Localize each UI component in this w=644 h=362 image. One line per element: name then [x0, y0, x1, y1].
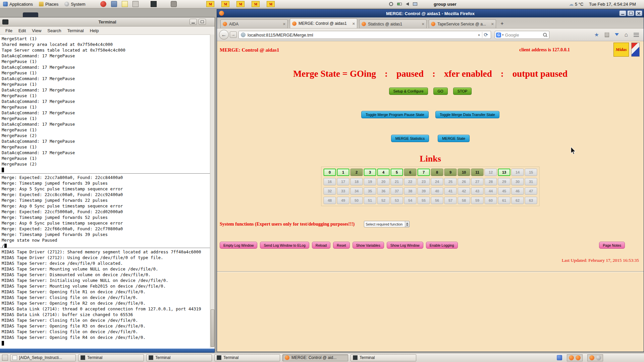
select-stepper-icon[interactable]	[405, 221, 409, 227]
midas-app-icon[interactable]: M	[236, 1, 245, 7]
link-button-17[interactable]: 17	[337, 178, 350, 185]
search-bar[interactable]: G ▾ Google	[495, 31, 549, 39]
firefox-titlebar[interactable]: MERGE: Control @ aidas1 - Mozilla Firefo…	[217, 9, 644, 17]
show-desktop-icon[interactable]	[2, 355, 8, 361]
tab-close-icon[interactable]: ×	[352, 21, 355, 26]
link-button-19[interactable]: 19	[364, 178, 376, 185]
link-button-36[interactable]: 36	[377, 187, 390, 195]
link-button-20[interactable]: 20	[377, 178, 390, 185]
enable-logging-button[interactable]: Enable Logging	[426, 242, 458, 249]
taskbar-item-terminal[interactable]: Terminal	[146, 354, 212, 361]
link-button-54[interactable]: 54	[404, 197, 417, 204]
link-button-44[interactable]: 44	[485, 187, 497, 195]
tray-firefox-icon[interactable]	[569, 355, 574, 360]
merge-state-button[interactable]: MERGE State	[438, 135, 470, 142]
link-button-46[interactable]: 46	[512, 187, 524, 195]
link-button-11[interactable]: 11	[471, 169, 484, 176]
url-bar[interactable]: localhost:8115/MERGE/Merge.tml ▾ ⟳	[238, 31, 491, 39]
show-variables-button[interactable]: Show Variables	[353, 242, 384, 249]
link-button-43[interactable]: 43	[471, 187, 484, 195]
send-log-window-to-elog-button[interactable]: Send Log Window to ELog	[260, 242, 309, 249]
link-button-22[interactable]: 22	[404, 178, 417, 185]
clock-applet[interactable]: Tue Feb 17, 4:54:24 PM	[589, 0, 636, 8]
system-functions-select[interactable]: Select required function	[364, 221, 410, 227]
link-button-53[interactable]: 53	[391, 197, 403, 204]
reload-button[interactable]: Reload	[312, 242, 330, 249]
url-text[interactable]: localhost:8115/MERGE/Merge.tml	[248, 33, 476, 38]
link-button-23[interactable]: 23	[418, 178, 430, 185]
minimize-button[interactable]	[190, 19, 197, 25]
link-button-31[interactable]: 31	[525, 178, 537, 185]
page-notes-button[interactable]: Page Notes	[599, 242, 625, 249]
link-button-15[interactable]: 15	[525, 169, 537, 176]
power-icon[interactable]	[389, 2, 393, 6]
link-button-5[interactable]: 5	[391, 169, 403, 176]
tab-close-icon[interactable]: ×	[422, 22, 424, 26]
show-log-window-button[interactable]: Show Log Window	[387, 242, 423, 249]
link-button-21[interactable]: 21	[391, 178, 403, 185]
maximize-button[interactable]	[627, 10, 634, 16]
link-button-58[interactable]: 58	[458, 197, 470, 204]
forward-button[interactable]: →	[230, 32, 237, 38]
link-button-8[interactable]: 8	[431, 169, 443, 176]
menu-icon[interactable]	[634, 33, 639, 37]
midas-app-icon[interactable]: M	[267, 1, 275, 7]
link-button-0[interactable]: 0	[324, 169, 336, 176]
link-button-60[interactable]: 60	[485, 197, 497, 204]
link-button-47[interactable]: 47	[525, 187, 537, 195]
link-button-62[interactable]: 62	[512, 197, 524, 204]
terminal-menu-edit[interactable]: Edit	[16, 27, 29, 34]
tab-close-icon[interactable]: ×	[491, 22, 494, 26]
link-button-18[interactable]: 18	[351, 178, 363, 185]
link-button-12[interactable]: 12	[485, 169, 497, 176]
tray-firefox-icon[interactable]	[589, 355, 594, 360]
tab-tapeservice-service-a[interactable]: TapeService Service @ a...×	[429, 19, 496, 28]
user-menu[interactable]: group user	[434, 0, 457, 8]
tab-aida[interactable]: AIDA×	[220, 19, 288, 28]
link-button-28[interactable]: 28	[485, 178, 497, 185]
back-button[interactable]: ←	[219, 30, 229, 40]
tab-statistics-aidas1[interactable]: Statistics @ aidas1×	[359, 19, 427, 28]
link-button-34[interactable]: 34	[351, 187, 363, 195]
close-button[interactable]	[635, 10, 642, 16]
tray-app-icon[interactable]	[557, 355, 562, 360]
midas-app-icon[interactable]: M	[221, 1, 229, 7]
midas-app-icon[interactable]: M	[206, 1, 214, 7]
merge-statistics-button[interactable]: MERGE Statistics	[391, 135, 429, 142]
taskbar-item-merge-control-aid[interactable]: MERGE: Control @ aid...	[282, 354, 348, 361]
link-button-57[interactable]: 57	[444, 197, 457, 204]
terminal-launcher-icon[interactable]	[151, 1, 157, 7]
link-button-27[interactable]: 27	[471, 178, 484, 185]
files-icon[interactable]	[111, 1, 117, 7]
terminal-menu-file[interactable]: File	[3, 27, 15, 34]
link-button-61[interactable]: 61	[498, 197, 511, 204]
bookmarks-menu-icon[interactable]	[605, 33, 609, 37]
terminal-titlebar[interactable]: Terminal	[0, 17, 215, 26]
setup-configure-button[interactable]: Setup & Configure	[389, 87, 428, 95]
link-button-16[interactable]: 16	[324, 178, 336, 185]
search-input[interactable]: Google	[505, 33, 543, 38]
panel-menu-applications[interactable]: Applications	[0, 0, 36, 8]
link-button-6[interactable]: 6	[404, 169, 417, 176]
toggle-merge-data-transfer-state-button[interactable]: Toggle Merge Data Transfer State	[435, 111, 499, 118]
link-button-35[interactable]: 35	[364, 187, 376, 195]
link-button-40[interactable]: 40	[431, 187, 443, 195]
link-button-56[interactable]: 56	[431, 197, 443, 204]
link-button-7[interactable]: 7	[418, 169, 430, 176]
link-button-33[interactable]: 33	[337, 187, 350, 195]
red-app-icon[interactable]	[100, 1, 106, 7]
tab-merge-control-aidas1[interactable]: MERGE: Control @ aidas1×	[290, 18, 357, 28]
link-button-42[interactable]: 42	[458, 187, 470, 195]
tray-app-icon[interactable]	[596, 355, 601, 360]
panel-menu-system[interactable]: System	[61, 0, 88, 8]
midas-app-icon[interactable]: M	[252, 1, 260, 7]
link-button-48[interactable]: 48	[324, 197, 336, 204]
link-button-52[interactable]: 52	[377, 197, 390, 204]
link-button-9[interactable]: 9	[444, 169, 457, 176]
link-button-39[interactable]: 39	[418, 187, 430, 195]
link-button-1[interactable]: 1	[337, 169, 350, 176]
link-button-51[interactable]: 51	[364, 197, 376, 204]
terminal-menu-terminal[interactable]: Terminal	[65, 27, 87, 34]
reset-button[interactable]: Reset	[333, 242, 350, 249]
terminal-menu-search[interactable]: Search	[45, 27, 64, 34]
